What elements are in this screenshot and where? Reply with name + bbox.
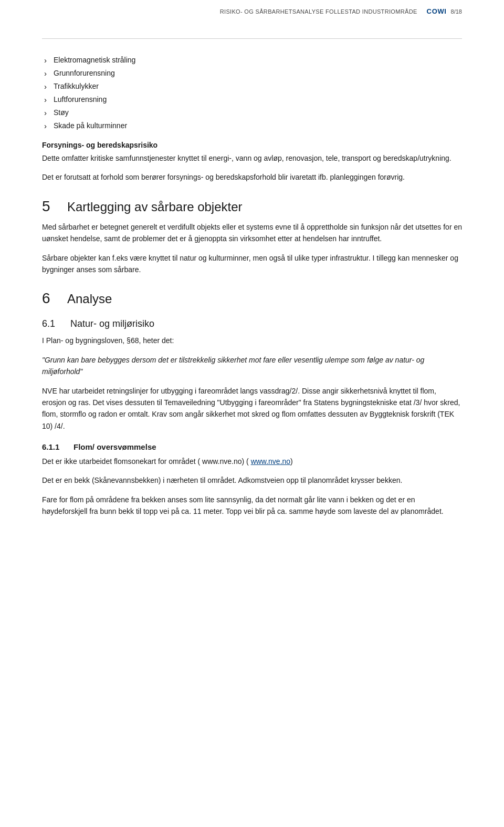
section61-title: Natur- og miljørisiko — [70, 318, 154, 329]
section611-heading: 6.1.1 Flom/ oversvømmelse — [42, 442, 462, 451]
forutsatt-paragraph: Det er forutsatt at forhold som berører … — [42, 171, 462, 183]
section6-title: Analyse — [67, 292, 112, 306]
section61-paragraph1: NVE har utarbeidet retningslinjer for ut… — [42, 385, 462, 432]
list-item: Luftforurensning — [42, 94, 462, 105]
supply-heading: Forsynings- og beredskapsrisiko — [42, 141, 462, 149]
list-item: Elektromagnetisk stråling — [42, 55, 462, 66]
section611-paragraph2: Det er en bekk (Skånevannsbekken) i nærh… — [42, 474, 462, 486]
list-item: Skade på kulturminner — [42, 120, 462, 131]
header-logo: COWI — [427, 7, 447, 15]
list-item: Trafikkulykker — [42, 81, 462, 92]
section611-number: 6.1.1 — [42, 442, 67, 451]
section61-number: 6.1 — [42, 318, 63, 329]
section6-number: 6 — [42, 290, 58, 307]
section61-quote: "Grunn kan bare bebygges dersom det er t… — [42, 354, 462, 378]
list-item: Grunnforurensning — [42, 68, 462, 79]
header-divider — [42, 38, 462, 39]
section611-title: Flom/ oversvømmelse — [74, 442, 156, 451]
section611-paragraph3: Fare for flom på områdene fra bekken ans… — [42, 494, 462, 518]
section5-paragraph2: Sårbare objekter kan f.eks være knyttet … — [42, 252, 462, 276]
page-header: RISIKO- OG SÅRBARHETSANALYSE FOLLESTAD I… — [42, 0, 462, 23]
supply-paragraph: Dette omfatter kritiske samfunnstjeneste… — [42, 152, 462, 164]
section61-intro: I Plan- og bygningsloven, §68, heter det… — [42, 335, 462, 346]
section61-heading: 6.1 Natur- og miljørisiko — [42, 318, 462, 329]
section5-title: Kartlegging av sårbare objekter — [67, 200, 243, 214]
section5-heading: 5 Kartlegging av sårbare objekter — [42, 198, 462, 215]
bullet-list: Elektromagnetisk stråling Grunnforurensn… — [42, 55, 462, 131]
nve-link[interactable]: www.nve.no — [251, 457, 290, 466]
section5-number: 5 — [42, 198, 58, 215]
page: RISIKO- OG SÅRBARHETSANALYSE FOLLESTAD I… — [0, 0, 504, 827]
list-item: Støy — [42, 107, 462, 118]
section5-paragraph1: Med sårbarhet er betegnet generelt et ve… — [42, 221, 462, 245]
section6-heading: 6 Analyse — [42, 290, 462, 307]
section611-paragraph1: Det er ikke utarbeidet flomsonekart for … — [42, 456, 462, 467]
header-page: 8/18 — [451, 8, 462, 15]
header-title: RISIKO- OG SÅRBARHETSANALYSE FOLLESTAD I… — [220, 8, 417, 15]
